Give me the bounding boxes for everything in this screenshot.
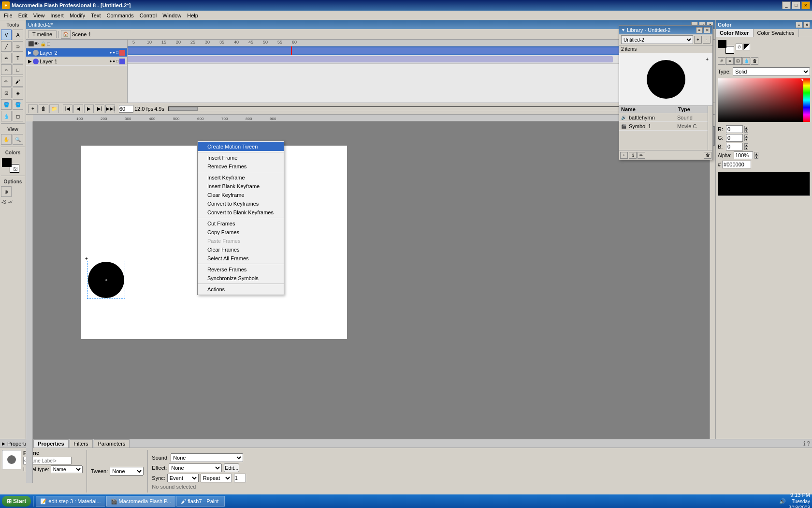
- ctx-convert-to-keyframes[interactable]: Convert to Keyframes: [198, 199, 284, 208]
- ink-bottle-tool[interactable]: 🪣: [1, 99, 12, 110]
- b-up-btn[interactable]: ▲: [744, 143, 748, 147]
- edit-sound-btn[interactable]: Edit...: [224, 463, 239, 472]
- pencil-tool[interactable]: ✏: [1, 76, 12, 87]
- ctx-actions[interactable]: Actions: [198, 285, 284, 294]
- sound-select[interactable]: None battlehymn: [171, 453, 243, 462]
- alpha-down-btn[interactable]: ▼: [754, 155, 758, 159]
- tab-color-mixer[interactable]: Color Mixer: [716, 29, 754, 37]
- list-item-battlehymn[interactable]: 🔊 battlehymn Sound: [619, 113, 708, 122]
- eyedropper-tool[interactable]: 💧: [1, 111, 12, 121]
- menu-edit[interactable]: Edit: [15, 12, 30, 19]
- library-collapse-icon[interactable]: ▼: [621, 28, 625, 32]
- loop-select[interactable]: Repeat Loop: [201, 474, 232, 482]
- menu-help[interactable]: Help: [184, 12, 201, 19]
- ctx-insert-frame[interactable]: Insert Frame: [198, 153, 284, 162]
- color-gradient[interactable]: [718, 78, 810, 122]
- black-white-btn[interactable]: [743, 44, 750, 50]
- layer-1-lock[interactable]: ●: [113, 59, 115, 63]
- library-new-btn[interactable]: +: [694, 36, 702, 44]
- zoom-tool[interactable]: 🔍: [13, 134, 23, 145]
- volume-icon[interactable]: 🔊: [779, 498, 786, 505]
- props-panel-controls[interactable]: ℹ ?: [803, 440, 810, 447]
- library-options-btn[interactable]: ≡: [696, 27, 703, 33]
- ctx-remove-frames[interactable]: Remove Frames: [198, 162, 284, 171]
- props-help-btn[interactable]: ?: [807, 440, 810, 447]
- hand-tool[interactable]: ✋: [1, 134, 12, 145]
- option-snap[interactable]: ⊕: [1, 186, 12, 197]
- canvas-scrollbar-v[interactable]: [710, 121, 715, 489]
- alpha-up-btn[interactable]: ▲: [754, 152, 758, 155]
- layer-2-lock[interactable]: ●: [113, 50, 115, 55]
- library-close-btn[interactable]: ✕: [704, 27, 710, 33]
- lib-new-symbol-btn[interactable]: +: [620, 152, 628, 159]
- props-collapse-icon[interactable]: ▶: [2, 441, 5, 446]
- start-button[interactable]: ⊞ Start: [2, 496, 31, 507]
- layer-1-outline[interactable]: □: [116, 59, 118, 63]
- pen-tool[interactable]: ✒: [1, 53, 12, 63]
- hex-input[interactable]: [722, 161, 751, 168]
- layer-controls[interactable]: + 🗑 📁: [28, 105, 59, 113]
- props-info-btn[interactable]: ℹ: [803, 440, 806, 447]
- hex-color-btn[interactable]: #: [718, 57, 725, 65]
- menu-text[interactable]: Text: [88, 12, 103, 19]
- r-spinner[interactable]: ▲ ▼: [744, 126, 748, 133]
- menu-modify[interactable]: Modify: [67, 12, 88, 19]
- swatch-options[interactable]: ∅: [736, 44, 750, 50]
- eyedropper-color-btn[interactable]: 💧: [742, 57, 750, 65]
- select-tool[interactable]: V: [1, 30, 12, 40]
- layer-1-visibility[interactable]: ●: [109, 59, 112, 63]
- tab-properties[interactable]: Properties: [33, 439, 68, 448]
- add-layer-btn[interactable]: +: [28, 105, 38, 113]
- no-color-btn[interactable]: ∅: [736, 44, 742, 50]
- window-controls[interactable]: _ □ ✕: [782, 1, 810, 9]
- eraser-tool[interactable]: ◻: [13, 111, 23, 121]
- hue-bar[interactable]: [803, 78, 810, 122]
- stroke-fill-swatches[interactable]: [718, 40, 734, 54]
- color-panel-close-btn[interactable]: ✕: [803, 22, 810, 28]
- g-up-btn[interactable]: ▲: [744, 134, 748, 138]
- alpha-input[interactable]: [734, 151, 753, 159]
- h-scroll-thumb[interactable]: [169, 107, 198, 111]
- ctx-insert-blank-keyframe[interactable]: Insert Blank Keyframe: [198, 182, 284, 191]
- play-btn[interactable]: ▶: [84, 105, 94, 113]
- g-input[interactable]: [726, 134, 743, 142]
- menu-control[interactable]: Control: [137, 12, 160, 19]
- library-delete-btn[interactable]: -: [703, 36, 710, 44]
- lasso-tool[interactable]: ⊃: [13, 41, 23, 52]
- gradient-tool[interactable]: ◈: [13, 88, 23, 98]
- menu-view[interactable]: View: [30, 12, 48, 19]
- frame-number-input[interactable]: [119, 105, 133, 113]
- text-tool[interactable]: T: [13, 53, 23, 63]
- line-tool[interactable]: ╱: [1, 41, 12, 52]
- lib-col-name-header[interactable]: Name: [619, 106, 676, 113]
- ctx-reverse-frames[interactable]: Reverse Frames: [198, 265, 284, 274]
- tab-filters[interactable]: Filters: [70, 439, 93, 448]
- tween-select[interactable]: None Motion Shape: [110, 467, 144, 476]
- taskbar-item-0[interactable]: 📝 edit step 3 : Material...: [36, 496, 105, 507]
- lib-col-type-header[interactable]: Type: [676, 106, 708, 113]
- sync-select[interactable]: Event Start Stop Stream: [167, 474, 199, 482]
- layer-folder-btn[interactable]: 📁: [49, 105, 59, 113]
- black-circle[interactable]: [88, 262, 124, 298]
- minimize-button[interactable]: _: [782, 1, 791, 9]
- g-spinner[interactable]: ▲ ▼: [744, 134, 748, 141]
- tab-color-swatches[interactable]: Color Swatches: [754, 29, 799, 37]
- label-type-select[interactable]: Name Comment Anchor: [51, 465, 83, 473]
- menu-file[interactable]: File: [1, 12, 15, 19]
- alpha-spinner[interactable]: ▲ ▼: [754, 152, 758, 159]
- fill-transform-tool[interactable]: ⊡: [1, 88, 12, 98]
- gradient-color-btn[interactable]: ≡: [726, 57, 734, 65]
- menu-window[interactable]: Window: [160, 12, 184, 19]
- close-button[interactable]: ✕: [801, 1, 810, 9]
- ctx-synchronize-symbols[interactable]: Synchronize Symbols: [198, 274, 284, 283]
- b-down-btn[interactable]: ▼: [744, 147, 748, 150]
- library-scrollbar[interactable]: [708, 106, 712, 150]
- canvas-area[interactable]: + Create Motion Tween Insert Frame Remov…: [33, 121, 710, 489]
- brush-tool[interactable]: 🖌: [13, 76, 23, 87]
- first-frame-btn[interactable]: |◀: [63, 105, 72, 113]
- lib-properties-btn[interactable]: ℹ: [629, 152, 637, 159]
- tab-parameters[interactable]: Parameters: [94, 439, 130, 448]
- ctx-clear-frames[interactable]: Clear Frames: [198, 245, 284, 254]
- lib-delete-btn[interactable]: 🗑: [704, 152, 711, 159]
- playback-controls[interactable]: |◀ ◀ ▶ ▶| ▶▶|: [63, 105, 115, 113]
